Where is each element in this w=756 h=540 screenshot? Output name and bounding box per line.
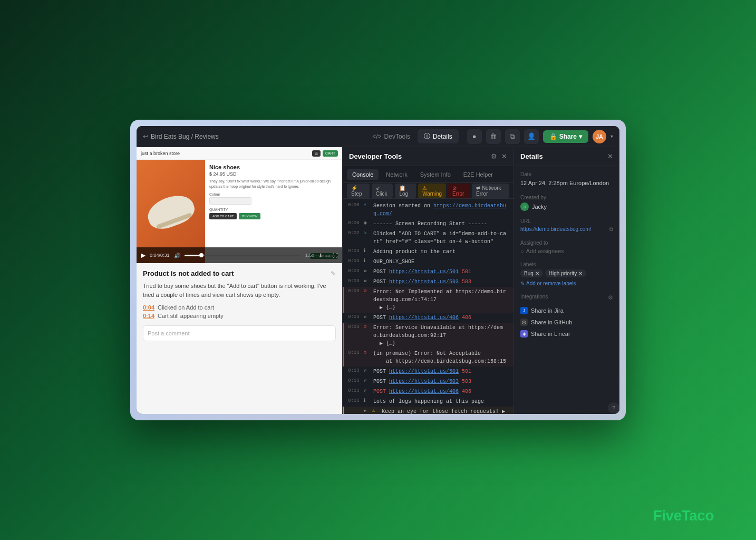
high-priority-remove[interactable]: ✕	[578, 271, 583, 276]
add-assignee-icon: ○	[520, 248, 524, 254]
timeline-item-0: 0:04 Clicked on Add to cart	[143, 304, 336, 311]
timestamp-0[interactable]: 0:04	[143, 304, 154, 311]
download-icon[interactable]: ⬇	[318, 253, 323, 258]
url-value[interactable]: https://demo.birdeatsbug.com/	[520, 226, 607, 232]
fullscreen-icon[interactable]: ⛶	[333, 253, 338, 258]
integrations-settings-icon[interactable]: ⚙	[608, 294, 613, 301]
created-by-section: Created by J Jacky	[520, 195, 613, 211]
store-header-right: ☰ CART	[312, 150, 338, 157]
progress-fill	[185, 255, 200, 256]
info-icon: ℹ	[364, 258, 370, 265]
filter-warning[interactable]: ⚠ Warning	[418, 184, 446, 198]
log-line: 0:03 ⊘ Error: Service Unavailable at htt…	[343, 323, 513, 349]
filter-error[interactable]: ⊘ Error	[448, 184, 470, 198]
jira-integration[interactable]: J Share in Jira	[520, 305, 613, 316]
avatar[interactable]: JA	[593, 130, 606, 143]
comment-box[interactable]: Post a comment	[143, 325, 336, 341]
warning-icon: ⚠	[372, 408, 379, 414]
network-icon: ⇄	[364, 378, 370, 385]
date-value: 12 Apr 24, 2:28pm Europe/London	[520, 179, 613, 187]
add-assignee-text: Add assignees	[526, 248, 564, 254]
close-details-icon[interactable]: ✕	[607, 152, 613, 160]
tab-system-info[interactable]: System Info	[415, 169, 456, 180]
color-label: Colour	[209, 192, 338, 196]
filter-step[interactable]: ⚡ Step	[347, 184, 370, 198]
integrations-header: Integrations ⚙	[520, 294, 613, 302]
tab-console[interactable]: Console	[347, 169, 379, 180]
filter-network[interactable]: ⇄ Network Error	[472, 184, 509, 198]
network-icon: ⇄	[364, 314, 370, 321]
tab-devtools[interactable]: </> DevTools	[366, 129, 416, 143]
dot-icon-btn[interactable]: ●	[467, 129, 482, 144]
log-line: 0:03 ℹ OUR_ONLY_SHOE	[343, 257, 513, 267]
high-priority-label-text: High priority	[549, 271, 577, 276]
linear-integration[interactable]: ◈ Share in Linear	[520, 328, 613, 340]
volume-icon[interactable]: 🔊	[174, 253, 180, 258]
settings-icon[interactable]: ⚙	[491, 152, 497, 160]
error-icon: ⊘	[364, 324, 370, 331]
tab-e2e-helper[interactable]: E2E Helper	[458, 169, 498, 180]
github-icon: ◎	[520, 319, 528, 326]
filter-click[interactable]: ↙ Click	[372, 184, 393, 198]
console-content: 0:00 ⚡ Session started on https://demo.b…	[343, 199, 513, 414]
trash-icon-btn[interactable]: 🗑	[486, 129, 501, 144]
github-integration[interactable]: ◎ Share in GitHub	[520, 316, 613, 328]
assignee-row[interactable]: ○ Add assignees	[520, 248, 613, 254]
timestamp-1[interactable]: 0:14	[143, 313, 154, 319]
brand-prefix: Five	[653, 507, 682, 524]
integrations-label: Integrations	[520, 294, 548, 300]
network-icon: ⇄	[364, 368, 370, 375]
progress-bar[interactable]	[185, 255, 301, 256]
play-button[interactable]: ▶	[141, 252, 146, 259]
tab-network[interactable]: Network	[381, 169, 412, 180]
store-header: just a broken store ☰ CART	[137, 147, 342, 160]
bug-label-remove[interactable]: ✕	[535, 271, 539, 276]
breadcrumb: Bird Eats Bug / Reviews	[151, 133, 219, 140]
add-to-cart-btn[interactable]: ADD TO CART	[209, 213, 237, 219]
branding: FiveTaco	[653, 507, 714, 524]
expand-arrow[interactable]: ▶	[364, 408, 369, 414]
tab-group: </> DevTools ⓘ Details	[366, 129, 458, 143]
timeline-action-1: Cart still appearing empty	[158, 313, 224, 319]
label-bug: Bug ✕	[520, 269, 543, 277]
video-area: just a broken store ☰ CART Nice sh	[137, 147, 342, 263]
devtools-icon: </>	[372, 133, 381, 140]
close-icon[interactable]: ✕	[501, 152, 507, 160]
timeline-action-0: Clicked on Add to cart	[158, 304, 214, 311]
browser-inner: ↩ Bird Eats Bug / Reviews </> DevTools ⓘ…	[137, 126, 619, 414]
users-icon-btn[interactable]: 👤	[524, 129, 539, 144]
copy-icon-btn[interactable]: ⧉	[505, 129, 520, 144]
linear-label: Share in Linear	[531, 331, 570, 337]
log-link[interactable]: https://demo.birdeatsbug.com/	[373, 203, 506, 217]
add-label-btn[interactable]: ✎ Add or remove labels	[520, 281, 613, 286]
share-button[interactable]: 🔒 Share ▾	[543, 130, 588, 143]
label-high-priority: High priority ✕	[545, 269, 586, 277]
bug-description: Tried to buy some shoes but the "Add to …	[143, 282, 336, 299]
integrations-section: Integrations ⚙ J Share in Jira ◎ Share i…	[520, 294, 613, 340]
picture-icon[interactable]: ▭	[325, 253, 330, 258]
qty-label: QUANTITY	[209, 208, 338, 211]
error-icon: ⊘	[364, 288, 370, 295]
copy-url-icon[interactable]: ⧉	[609, 226, 613, 233]
chevron-down-icon: ▾	[579, 133, 582, 140]
right-panel: Details ✕ Date 12 Apr 24, 2:28pm Europe/…	[514, 147, 619, 414]
back-button[interactable]: ↩ Bird Eats Bug / Reviews	[143, 132, 219, 140]
step-icon: ⚡	[364, 202, 370, 209]
info-icon: ℹ	[364, 248, 370, 255]
creator-avatar: J	[520, 202, 529, 211]
store-title: just a broken store	[141, 151, 180, 156]
devtools-tabs: Console Network System Info E2E Helper	[343, 166, 513, 183]
help-button[interactable]: ?	[608, 402, 619, 414]
content-area: just a broken store ☰ CART Nice sh	[137, 147, 619, 414]
date-section: Date 12 Apr 24, 2:28pm Europe/London	[520, 171, 613, 187]
buy-now-btn[interactable]: BUY NOW	[239, 213, 260, 219]
console-filters: ⚡ Step ↙ Click 📋 Log ⚠ Warning ⊘ Error ⇄…	[343, 183, 513, 199]
plus-icon: ✎	[520, 281, 525, 286]
tab-details[interactable]: ⓘ Details	[418, 129, 459, 143]
filter-log[interactable]: 📋 Log	[395, 184, 416, 198]
color-select[interactable]	[209, 197, 251, 205]
store-preview: just a broken store ☰ CART Nice sh	[137, 147, 342, 263]
record-icon: ◉	[364, 220, 370, 227]
edit-icon[interactable]: ✎	[331, 270, 336, 277]
bug-label-text: Bug	[524, 271, 534, 276]
